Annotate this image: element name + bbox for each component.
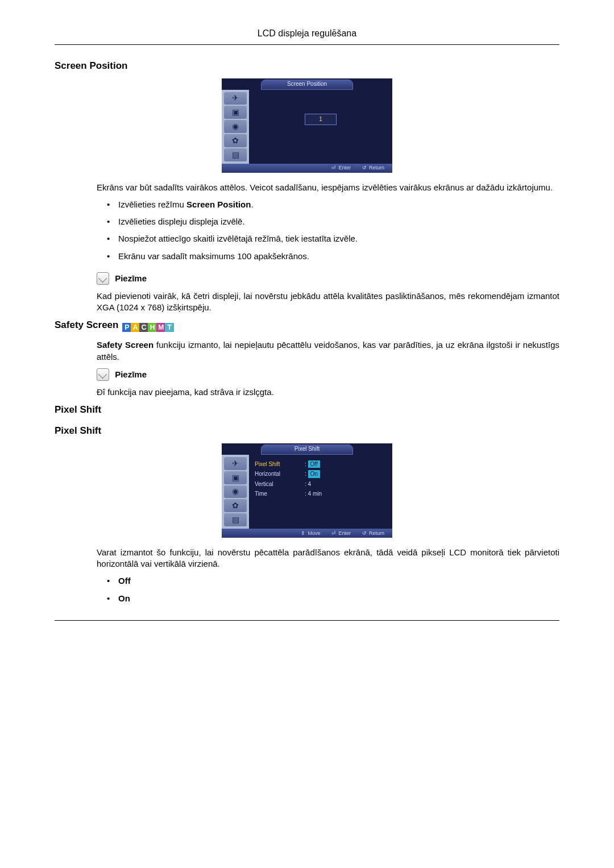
menu-icon: ✿ <box>224 499 247 512</box>
pixel-shift-desc: Varat izmantot šo funkciju, lai novērstu… <box>97 547 559 570</box>
menu-icon: ▤ <box>224 148 247 161</box>
menu-icon: ✈ <box>224 457 247 470</box>
list-item: Izvēlieties režīmu Screen Position. <box>107 199 559 210</box>
document-page: LCD displeja regulēšana Screen Position … <box>0 0 614 868</box>
source-badges: PACHMT <box>122 321 173 334</box>
osd-value: 1 <box>305 114 337 125</box>
note-icon <box>97 368 109 381</box>
screen-position-list: Izvēlieties režīmu Screen Position. Izvē… <box>107 199 559 262</box>
menu-icon: ✿ <box>224 134 247 147</box>
osd-title: Pixel Shift <box>261 445 353 455</box>
badge-m: M <box>156 323 165 332</box>
osd-settings: Pixel Shift : Off Horizontal : On Vertic… <box>255 460 387 498</box>
pixel-shift-list: Off On <box>107 575 559 604</box>
enter-icon: ⏎ <box>331 164 336 171</box>
list-item: Ekrānu var sadalīt maksimums 100 apakšek… <box>107 251 559 262</box>
osd-icon-column: ✈ ▣ ◉ ✿ ▤ <box>222 455 249 529</box>
list-item: Izvēlieties displeju displeja izvēlē. <box>107 216 559 227</box>
row-value: : On <box>305 470 345 478</box>
badge-t: T <box>165 323 174 332</box>
badge-h: H <box>148 323 157 332</box>
note-block: Piezīme <box>97 272 559 285</box>
menu-icon: ▤ <box>224 513 247 526</box>
page-header: LCD displeja regulēšana <box>55 27 559 40</box>
heading-pixel-shift-2: Pixel Shift <box>55 425 559 438</box>
note-text: Ðî funkcija nav pieejama, kad strâva ir … <box>97 387 559 398</box>
heading-pixel-shift-1: Pixel Shift <box>55 404 559 417</box>
enter-icon: ⏎ <box>331 530 336 537</box>
badge-p: P <box>122 323 131 332</box>
menu-icon: ✈ <box>224 92 247 105</box>
row-value: : 4 min <box>305 490 345 498</box>
badge-c: C <box>139 323 148 332</box>
osd-screen-position: Screen Position ✈ ▣ ◉ ✿ ▤ 1 ⏎Enter ↺Retu… <box>222 78 392 173</box>
row-value: : Off <box>305 460 345 468</box>
note-label: Piezīme <box>115 273 147 283</box>
menu-icon: ▣ <box>224 106 247 119</box>
note-label: Piezīme <box>115 369 147 379</box>
note-icon <box>97 272 109 285</box>
list-item: Nospiežot attiecīgo skaitli izvēlētajā r… <box>107 233 559 244</box>
note-text: Kad pievienoti vairāk, kā četri displeji… <box>97 290 559 314</box>
heading-screen-position: Screen Position <box>55 60 559 73</box>
row-value: : 4 <box>305 480 345 488</box>
note-block: Piezīme <box>97 368 559 381</box>
divider-bottom <box>55 620 559 621</box>
row-label: Time <box>255 490 300 498</box>
menu-icon: ◉ <box>224 485 247 499</box>
list-item: On <box>107 593 559 604</box>
safety-screen-desc: Safety Screen funkciju izmanto, lai nepi… <box>97 339 559 363</box>
row-label: Pixel Shift <box>255 460 300 468</box>
screen-position-intro: Ekrāns var būt sadalīts vairākos attēlos… <box>97 182 559 193</box>
osd-footer: ⏎Enter ↺Return <box>222 164 392 173</box>
divider-top <box>55 44 559 45</box>
heading-safety-screen: Safety Screen PACHMT <box>55 319 559 334</box>
move-icon: ⇕ <box>301 530 305 537</box>
return-icon: ↺ <box>362 530 367 537</box>
row-label: Vertical <box>255 480 300 488</box>
menu-icon: ◉ <box>224 120 247 133</box>
menu-icon: ▣ <box>224 471 247 484</box>
osd-title: Screen Position <box>261 80 353 90</box>
row-label: Horizontal <box>255 470 300 478</box>
return-icon: ↺ <box>362 164 367 171</box>
osd-icon-column: ✈ ▣ ◉ ✿ ▤ <box>222 90 249 164</box>
osd-pixel-shift: Pixel Shift ✈ ▣ ◉ ✿ ▤ Pixel Shift : Off … <box>222 443 392 538</box>
badge-a: A <box>131 323 140 332</box>
osd-footer: ⇕Move ⏎Enter ↺Return <box>222 529 392 538</box>
list-item: Off <box>107 575 559 587</box>
